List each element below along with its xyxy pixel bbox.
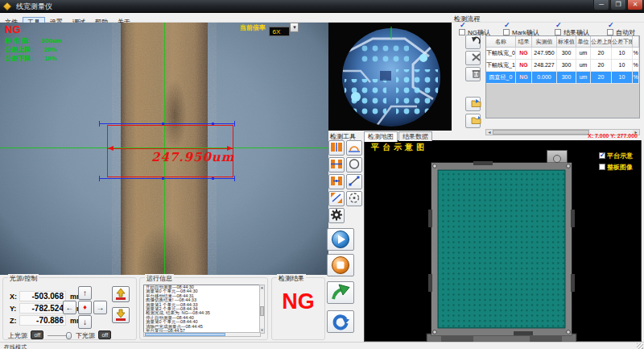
slant-line-icon[interactable] xyxy=(346,174,362,189)
table-empty-area xyxy=(486,84,639,118)
check-mark-icon: ✓ xyxy=(608,21,614,29)
cell-name: 下幅线宽_0 xyxy=(486,48,516,59)
checkbox-box-icon[interactable]: ✓ xyxy=(503,29,510,35)
cell-lower: 10 xyxy=(612,48,633,59)
platform-board xyxy=(425,161,578,349)
check-mark-icon: ✓ xyxy=(504,21,510,29)
map-overlay-整板图像[interactable]: 整板图像 xyxy=(599,163,633,172)
arrow-left-icon[interactable]: ← xyxy=(63,301,76,314)
cell-unit: um xyxy=(576,72,591,83)
column-header: 标准值 xyxy=(557,36,576,47)
trash-icon[interactable] xyxy=(465,67,481,81)
camera-ng-label: NG xyxy=(5,23,21,35)
upper-light-state[interactable]: off xyxy=(31,330,43,339)
delete-cross-icon[interactable] xyxy=(465,51,481,65)
stop-icon[interactable] xyxy=(327,254,354,276)
cell-measured: 248.227 xyxy=(532,60,557,71)
width-measure3-icon[interactable] xyxy=(328,174,345,189)
maximize-icon[interactable]: ❐ xyxy=(610,0,626,10)
cell-measured: 0.000 xyxy=(532,72,557,83)
platform-map-title: 平台示意图 xyxy=(371,142,427,153)
lower-light-state[interactable]: off xyxy=(98,330,111,339)
axis-row-X: X:-503.068mm xyxy=(10,288,83,298)
measure-arrow xyxy=(108,148,233,149)
check-mark-icon: ✓ xyxy=(600,151,606,159)
refresh-icon[interactable] xyxy=(327,310,354,333)
upper-light-control: 上光源 off xyxy=(8,326,72,336)
info-label: 公差下限: xyxy=(5,55,33,62)
cell-pct: % xyxy=(633,72,639,83)
map-overlay-平台示意[interactable]: ✓ 平台示意 xyxy=(599,152,633,160)
table-row[interactable]: 下幅线宽_1NG248.227300um2010% xyxy=(486,60,639,72)
play-icon[interactable] xyxy=(327,228,354,251)
table-row[interactable]: 下幅线宽_0NG247.950300um2010% xyxy=(486,48,639,60)
jump-arrow-icon[interactable] xyxy=(327,281,354,304)
log-list[interactable]: 开始自动测量—08:44:30测量第0 个单元—08:44:30平台移动结束—0… xyxy=(143,285,261,334)
cell-standard: 300 xyxy=(557,72,576,83)
magnification-select[interactable]: 6X xyxy=(269,27,290,36)
camera-info-line: 标 准 值:300um xyxy=(5,36,61,45)
cell-pct: % xyxy=(633,48,639,59)
checkbox-box-icon[interactable] xyxy=(599,164,605,170)
folder-save-icon[interactable] xyxy=(465,114,481,128)
map-overlay-label: 平台示意 xyxy=(605,152,633,160)
width-measure-icon[interactable] xyxy=(328,140,345,156)
menu-bar: 文件工具设置调试帮助关于 xyxy=(0,13,644,23)
stage-up-icon[interactable] xyxy=(112,286,130,302)
column-header: 公差下限 xyxy=(612,36,633,47)
cell-pct: % xyxy=(633,60,639,71)
cell-upper: 20 xyxy=(591,72,612,83)
checkbox-box-icon[interactable]: ✓ xyxy=(459,29,465,35)
magnification-label: 当前倍率 xyxy=(240,24,266,31)
info-value: 20% xyxy=(44,46,57,53)
folder-open-icon[interactable] xyxy=(465,97,481,111)
table-row[interactable]: 圆直径_0NG0.000300um2010% xyxy=(486,72,639,84)
axis-value: -70.886 xyxy=(19,315,66,326)
point-circle-icon[interactable] xyxy=(346,191,362,206)
result-value: NG xyxy=(272,289,324,314)
edge-dome-icon[interactable] xyxy=(346,140,362,156)
checkbox-box-icon[interactable]: ✓ xyxy=(599,152,605,159)
map-overlay-label: 整板图像 xyxy=(605,164,633,171)
camera-view[interactable]: 247.950um NG 标 准 值:300um公差上限:20%公差下限:10%… xyxy=(0,23,328,275)
camera-info-line: 公差上限:20% xyxy=(5,45,61,54)
cell-result: NG xyxy=(516,60,532,71)
diagonal-measure-icon[interactable] xyxy=(328,191,345,206)
tab-result-data[interactable]: 结果数据 xyxy=(398,131,432,141)
column-header: 名称 xyxy=(486,36,516,47)
checkbox-box-icon[interactable]: ✓ xyxy=(607,29,613,35)
checkbox-box-icon[interactable]: ✓ xyxy=(555,29,561,35)
column-header xyxy=(633,36,639,47)
app-window: 线宽测量仪 ─ ❐ ✕ 文件工具设置调试帮助关于 247. xyxy=(0,0,644,349)
magnification-control: 当前倍率 6X▼ xyxy=(240,23,299,33)
cell-upper: 20 xyxy=(591,48,612,59)
chevron-down-icon[interactable]: ▼ xyxy=(290,23,299,32)
log-vertical-scrollbar[interactable]: ▲▼ xyxy=(259,285,265,334)
cell-unit: um xyxy=(576,48,591,59)
gear-icon[interactable] xyxy=(328,208,345,223)
arrow-up-icon[interactable]: ↑ xyxy=(78,286,92,300)
check-mark-icon: ✓ xyxy=(460,21,466,29)
cell-result: NG xyxy=(516,72,532,83)
upper-light-slider[interactable] xyxy=(47,331,72,339)
camera-info-line: 公差下限:10% xyxy=(5,54,61,63)
control-panel-title: 光源/控制 xyxy=(8,274,39,283)
center-point-icon[interactable]: ♦ xyxy=(78,301,92,314)
column-header: 单位 xyxy=(576,36,591,47)
lower-light-label: 下光源 xyxy=(76,332,95,339)
circle-measure-icon[interactable] xyxy=(346,157,362,172)
resize-grip[interactable] xyxy=(637,343,643,349)
close-icon[interactable]: ✕ xyxy=(627,0,643,10)
arrow-right-icon[interactable]: → xyxy=(93,301,107,314)
minimize-icon[interactable]: ─ xyxy=(593,0,609,10)
window-title: 线宽测量仪 xyxy=(16,2,52,12)
stage-down-icon[interactable] xyxy=(112,307,130,323)
lower-light-control: 下光源 off xyxy=(76,326,136,336)
rotate-icon[interactable] xyxy=(465,35,481,49)
cell-standard: 300 xyxy=(557,60,576,71)
info-label: 标 准 值: xyxy=(5,37,30,44)
log-horizontal-scrollbar[interactable] xyxy=(143,332,261,337)
width-measure2-icon[interactable] xyxy=(328,157,345,172)
tab-map[interactable]: 检测地图 xyxy=(364,131,398,142)
status-text: 在线模式 xyxy=(4,343,27,349)
